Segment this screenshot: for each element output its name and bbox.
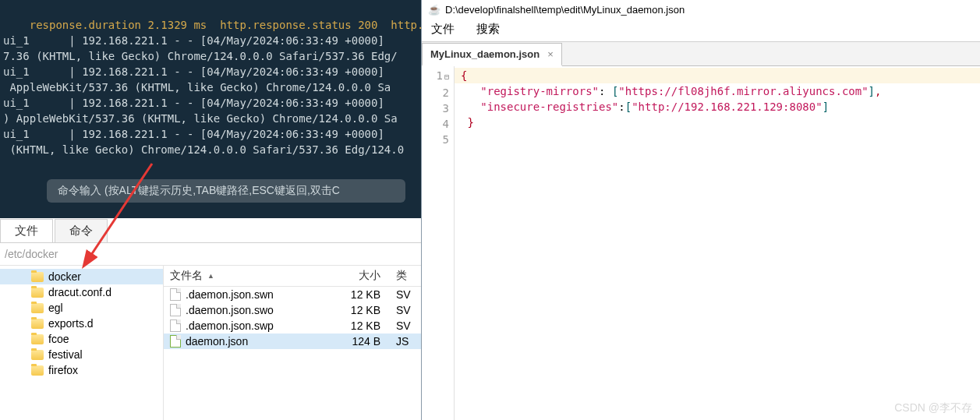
file-row[interactable]: .daemon.json.swp 12 KB SV	[164, 318, 421, 334]
file-icon	[170, 288, 181, 301]
file-icon	[170, 304, 181, 316]
col-filename[interactable]: 文件名	[164, 269, 320, 283]
panel-tabs: 文件 命令	[0, 218, 421, 243]
app-icon: ☕	[428, 3, 440, 16]
folder-icon	[31, 334, 44, 344]
tree-item-egl[interactable]: egl	[0, 300, 163, 316]
editor-tab[interactable]: MyLinux_daemon.json ×	[422, 43, 562, 66]
path-bar[interactable]: /etc/docker	[0, 243, 421, 266]
line-gutter[interactable]: 1⊟ 2 3 4 5	[422, 66, 455, 420]
col-type[interactable]: 类	[390, 269, 421, 283]
editor-window: ☕ D:\develop\finalshell\temp\edit\MyLinu…	[421, 0, 980, 420]
folder-icon	[31, 303, 44, 313]
menu-search[interactable]: 搜索	[476, 22, 500, 37]
tree-item-firefox[interactable]: firefox	[0, 362, 163, 378]
folder-icon	[31, 365, 44, 376]
tab-command[interactable]: 命令	[55, 219, 108, 242]
editor-menu-bar: 文件 搜索	[422, 19, 980, 41]
file-row[interactable]: .daemon.json.swn 12 KB SV	[164, 287, 421, 302]
terminal-output[interactable]: response.duration 2.1329 ms http.respons…	[0, 0, 421, 171]
folder-icon	[31, 319, 44, 329]
file-row[interactable]: .daemon.json.swo 12 KB SV	[164, 302, 421, 318]
close-icon[interactable]: ×	[547, 48, 554, 60]
tree-item-docker[interactable]: docker	[0, 269, 163, 284]
code-area[interactable]: { "registry-mirrors": ["https://fl08jh6f…	[455, 66, 980, 420]
file-list-header[interactable]: 文件名 大小 类	[164, 266, 421, 287]
tree-item-fcoe[interactable]: fcoe	[0, 331, 163, 347]
json-file-icon	[170, 335, 181, 348]
folder-icon	[31, 288, 44, 298]
editor-tabs: MyLinux_daemon.json ×	[422, 41, 980, 65]
folder-icon	[31, 272, 44, 282]
editor-file-path: D:\develop\finalshell\temp\edit\MyLinux_…	[445, 4, 685, 16]
col-size[interactable]: 大小	[320, 269, 390, 283]
editor-tab-label: MyLinux_daemon.json	[430, 48, 540, 60]
fold-icon[interactable]: ⊟	[444, 72, 449, 81]
tree-item-festival[interactable]: festival	[0, 347, 163, 362]
tree-item-exports[interactable]: exports.d	[0, 316, 163, 331]
terminal-footer: 命令输入 (按ALT键提示历史,TAB键路径,ESC键返回,双击C	[0, 171, 421, 218]
folder-icon	[31, 350, 44, 360]
tree-item-dracut[interactable]: dracut.conf.d	[0, 284, 163, 300]
folder-tree[interactable]: docker dracut.conf.d egl exports.d fcoe …	[0, 266, 164, 420]
command-input[interactable]: 命令输入 (按ALT键提示历史,TAB键路径,ESC键返回,双击C	[47, 179, 405, 203]
editor-title-bar[interactable]: ☕ D:\develop\finalshell\temp\edit\MyLinu…	[422, 0, 980, 19]
menu-file[interactable]: 文件	[431, 22, 455, 37]
tab-file[interactable]: 文件	[0, 219, 53, 242]
file-icon	[170, 319, 181, 332]
file-row[interactable]: daemon.json 124 B JS	[164, 334, 421, 349]
file-list: 文件名 大小 类 .daemon.json.swn 12 KB SV .daem…	[164, 266, 421, 420]
